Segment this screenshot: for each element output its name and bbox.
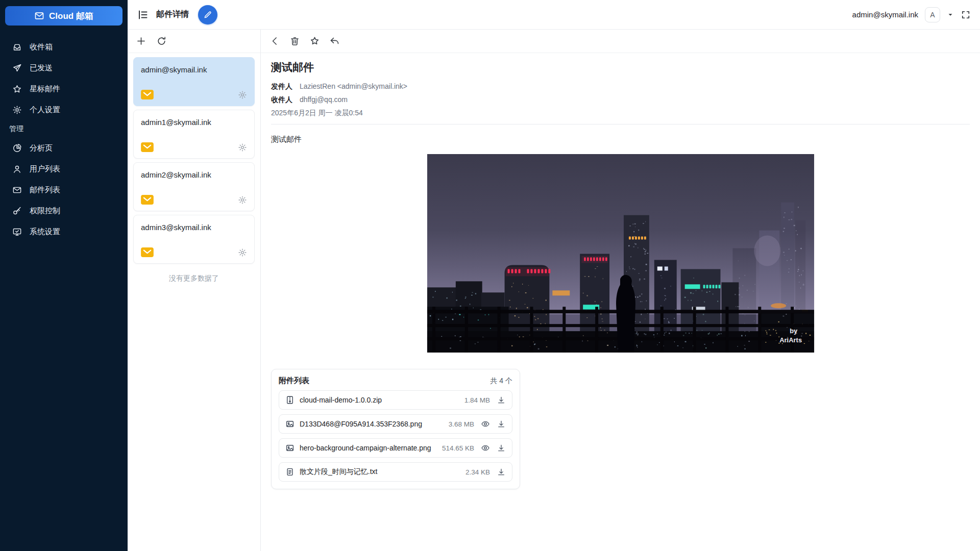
sidebar-item-label: 系统设置 (30, 227, 60, 237)
from-value: LaziestRen <admin@skymail.ink> (300, 82, 407, 90)
collapse-menu-icon[interactable] (137, 9, 149, 21)
image-file-icon (285, 443, 295, 453)
image-file-icon (285, 419, 295, 429)
inbox-icon (12, 42, 22, 52)
gear-icon (12, 105, 22, 115)
attachment-name: hero-background-campaign-alternate.png (300, 444, 437, 452)
mail-embedded-image: by AriArts (427, 154, 815, 353)
chevron-down-icon[interactable] (947, 11, 954, 18)
delete-button[interactable] (289, 36, 300, 46)
fullscreen-icon[interactable] (961, 10, 971, 20)
detail-toolbar (261, 30, 980, 53)
account-card-email: admin2@skymail.ink (141, 170, 247, 179)
sidebar-item-label: 分析页 (30, 143, 53, 153)
envelope-icon (141, 247, 154, 257)
add-account-button[interactable] (136, 36, 146, 46)
mail-logo-icon (34, 11, 44, 21)
download-icon[interactable] (497, 395, 506, 405)
star-button[interactable] (309, 36, 320, 46)
attachment-row: D133D468@F095A914.353F2368.png 3.68 MB (279, 414, 512, 434)
sidebar-section-label: 管理 (0, 120, 128, 138)
sidebar-item-main-2[interactable]: 星标邮件 (0, 79, 128, 99)
user-icon (12, 164, 22, 174)
svg-text:AriArts: AriArts (779, 336, 802, 344)
text-file-icon (285, 467, 295, 477)
sidebar-item-admin-2[interactable]: 邮件列表 (0, 180, 128, 201)
to-value: dhffgj@qq.com (300, 95, 348, 104)
attachment-name: 散文片段_时间与记忆.txt (300, 467, 460, 477)
sidebar-item-main-0[interactable]: 收件箱 (0, 37, 128, 58)
mail-body-text: 测试邮件 (271, 135, 970, 144)
preview-eye-icon[interactable] (481, 419, 490, 429)
account-card[interactable]: admin@skymail.ink (133, 57, 255, 106)
envelope-icon (141, 90, 154, 99)
account-settings-gear-icon[interactable] (238, 143, 247, 152)
mail-list-toolbar (128, 30, 260, 53)
account-email: admin@skymail.ink (852, 10, 918, 19)
sidebar-item-admin-1[interactable]: 用户列表 (0, 159, 128, 180)
avatar[interactable]: A (925, 7, 940, 22)
sidebar-item-label: 用户列表 (30, 164, 60, 174)
sidebar-item-admin-0[interactable]: 分析页 (0, 138, 128, 159)
sidebar-item-main-1[interactable]: 已发送 (0, 58, 128, 79)
no-more-data-text: 没有更多数据了 (128, 274, 260, 283)
account-card-email: admin3@skymail.ink (141, 223, 247, 232)
envelope-icon (141, 195, 154, 205)
account-card[interactable]: admin1@skymail.ink (133, 110, 255, 159)
account-settings-gear-icon[interactable] (238, 248, 247, 257)
send-icon (12, 63, 22, 73)
account-card-email: admin@skymail.ink (141, 65, 247, 74)
attachment-name: cloud-mail-demo-1.0.0.zip (300, 396, 459, 404)
star-icon (12, 84, 22, 94)
from-label: 发件人 (271, 82, 292, 90)
avatar-letter: A (930, 11, 935, 19)
mail-subject: 测试邮件 (271, 60, 970, 74)
attachment-size: 2.34 KB (465, 468, 490, 476)
sidebar-item-label: 收件箱 (30, 42, 53, 52)
account-card[interactable]: admin3@skymail.ink (133, 215, 255, 264)
attachment-row: 散文片段_时间与记忆.txt 2.34 KB (279, 462, 512, 482)
attachment-panel: 附件列表 共 4 个 cloud-mail-demo-1.0.0.zip 1.8… (271, 369, 520, 489)
sidebar-item-label: 权限控制 (30, 206, 60, 216)
compose-button[interactable] (198, 5, 217, 24)
preview-eye-icon[interactable] (481, 443, 490, 453)
logo-button[interactable]: Cloud 邮箱 (5, 6, 122, 26)
download-icon[interactable] (497, 467, 506, 477)
attachment-size: 514.65 KB (442, 444, 474, 452)
envelope-icon (141, 142, 154, 152)
attachment-row: cloud-mail-demo-1.0.0.zip 1.84 MB (279, 390, 512, 410)
mail-date: 2025年6月2日 周一 凌晨0:54 (271, 106, 970, 119)
pencil-icon (203, 10, 212, 19)
attachment-name: D133D468@F095A914.353F2368.png (300, 420, 444, 428)
account-card[interactable]: admin2@skymail.ink (133, 162, 255, 211)
attachment-count: 共 4 个 (490, 377, 512, 386)
sidebar: Cloud 邮箱 收件箱 已发送 星标邮件 个人设置 管理 分析页 用户列表 邮… (0, 0, 128, 551)
refresh-button[interactable] (156, 36, 167, 46)
back-button[interactable] (270, 36, 280, 46)
to-label: 收件人 (271, 95, 292, 104)
key-icon (12, 206, 22, 216)
account-card-email: admin1@skymail.ink (141, 118, 247, 127)
pie-icon (12, 143, 22, 153)
sidebar-item-label: 邮件列表 (30, 185, 60, 195)
mail-list-panel: admin@skymail.ink admin1@skymail.ink adm… (128, 30, 261, 551)
account-settings-gear-icon[interactable] (238, 195, 247, 205)
sidebar-item-admin-4[interactable]: 系统设置 (0, 221, 128, 242)
download-icon[interactable] (497, 443, 506, 453)
monitor-icon (12, 227, 22, 237)
logo-text: Cloud 邮箱 (49, 10, 93, 22)
sidebar-item-label: 个人设置 (30, 105, 60, 115)
sidebar-item-main-3[interactable]: 个人设置 (0, 99, 128, 120)
mail-icon (12, 185, 22, 195)
page-title: 邮件详情 (156, 9, 189, 20)
header-divider (271, 124, 970, 124)
attachment-title: 附件列表 (279, 376, 309, 386)
account-settings-gear-icon[interactable] (238, 90, 247, 99)
reply-button[interactable] (329, 36, 340, 46)
attachment-size: 1.84 MB (464, 396, 490, 404)
top-header: 邮件详情 admin@skymail.ink A (128, 0, 980, 30)
attachment-row: hero-background-campaign-alternate.png 5… (279, 438, 512, 458)
download-icon[interactable] (497, 419, 506, 429)
sidebar-nav: 收件箱 已发送 星标邮件 个人设置 管理 分析页 用户列表 邮件列表 权限控制 … (0, 37, 128, 242)
sidebar-item-admin-3[interactable]: 权限控制 (0, 201, 128, 221)
